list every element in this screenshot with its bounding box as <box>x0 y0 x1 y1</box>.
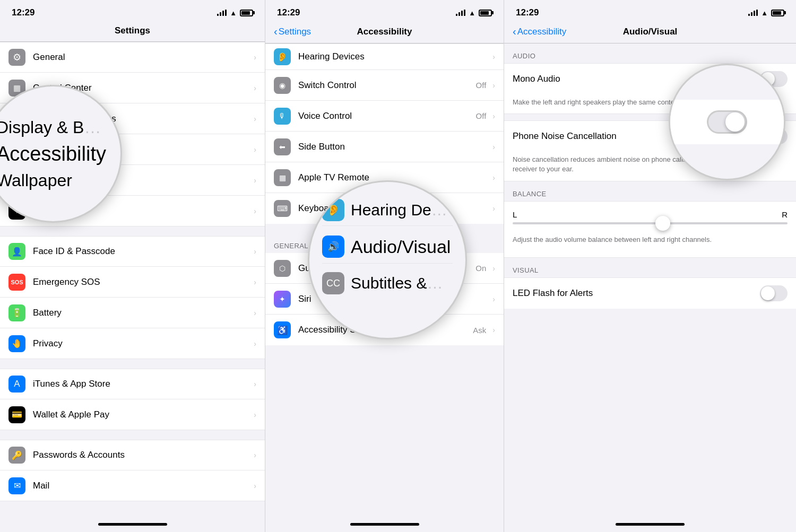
balance-thumb[interactable] <box>655 216 670 231</box>
back-button-3[interactable]: ‹ Accessibility <box>513 25 566 38</box>
home-indicator-bar <box>0 516 265 532</box>
chevron-icon: › <box>492 295 495 303</box>
voice-control-row[interactable]: 🎙 Voice Control Off › <box>265 101 504 132</box>
status-bar-3: 12:29 ▲ <box>504 0 796 21</box>
wifi-icon-3: ▲ <box>761 9 768 17</box>
hearing-label: Hearing Devices <box>298 51 489 62</box>
battery-row-icon: 🔋 <box>8 304 25 321</box>
back-chevron-icon: ‹ <box>274 25 278 38</box>
visual-section-label: VISUAL <box>504 258 796 277</box>
chevron-icon: › <box>492 81 495 90</box>
status-bar-2: 12:29 ▲ <box>265 0 504 21</box>
chevron-icon: › <box>254 53 256 62</box>
battery-icon <box>240 10 253 16</box>
guided-access-icon: ⬡ <box>274 260 291 277</box>
balance-track <box>513 222 788 224</box>
emergency-sos-icon: SOS <box>8 274 25 291</box>
status-icons: ▲ <box>217 9 253 17</box>
settings-title: Settings <box>115 25 150 36</box>
emergency-sos-label: Emergency SOS <box>33 277 250 287</box>
voice-control-label: Voice Control <box>298 111 476 121</box>
chevron-icon: › <box>254 451 256 459</box>
settings-row-emergency-sos[interactable]: SOS Emergency SOS › <box>0 267 265 298</box>
chevron-icon: › <box>254 176 256 185</box>
battery-icon-3 <box>771 10 784 16</box>
privacy-label: Privacy <box>33 338 250 349</box>
balance-right-label: R <box>782 210 788 219</box>
guided-access-value: On <box>475 264 486 273</box>
accessibility-nav: ‹ Settings Accessibility <box>265 21 504 43</box>
home-indicator-2 <box>350 523 419 526</box>
face-id-icon: 👤 <box>8 243 25 260</box>
battery-icon-2 <box>479 10 492 16</box>
keyboards-icon: ⌨ <box>274 200 291 217</box>
chevron-icon: › <box>492 204 495 213</box>
back-button[interactable]: ‹ Settings <box>274 25 311 38</box>
balance-section: L R Adjust the audio volume balance betw… <box>504 201 796 258</box>
accessibility-shortcut-value: Ask <box>473 326 486 335</box>
settings-row-mail[interactable]: ✉ Mail › <box>0 470 265 501</box>
audio-section-label: AUDIO <box>504 43 796 63</box>
toggle-magnifier <box>669 64 785 180</box>
balance-labels: L R <box>513 210 788 219</box>
settings-row-itunes[interactable]: A iTunes & App Store › <box>0 369 265 399</box>
passwords-label: Passwords & Accounts <box>33 450 250 460</box>
settings-row-general[interactable]: ⚙ General › <box>0 42 265 73</box>
wallet-label: Wallet & Apple Pay <box>33 409 250 420</box>
battery-label: Battery <box>33 308 250 318</box>
status-time-3: 12:29 <box>516 7 539 18</box>
home-indicator-bar-2 <box>265 516 504 532</box>
chevron-icon: › <box>254 309 256 317</box>
general-label: General <box>33 52 250 63</box>
chevron-icon: › <box>492 112 495 120</box>
settings-row-passwords[interactable]: 🔑 Passwords & Accounts › <box>0 440 265 470</box>
privacy-icon: 🤚 <box>8 335 25 352</box>
back-chevron-icon-3: ‹ <box>513 25 516 38</box>
switch-control-row[interactable]: ◉ Switch Control Off › <box>265 70 504 101</box>
wifi-icon: ▲ <box>230 9 237 17</box>
side-button-label: Side Button <box>298 142 489 152</box>
chevron-icon: › <box>254 278 256 286</box>
status-icons-2: ▲ <box>456 9 492 17</box>
voice-control-value: Off <box>476 111 487 120</box>
chevron-icon: › <box>254 145 256 154</box>
led-flash-toggle[interactable] <box>760 285 788 301</box>
chevron-icon: › <box>492 264 495 273</box>
mail-label: Mail <box>33 481 250 491</box>
chevron-icon: › <box>254 84 256 92</box>
settings-row-battery[interactable]: 🔋 Battery › <box>0 298 265 328</box>
settings-group-4: 🔑 Passwords & Accounts › ✉ Mail › <box>0 440 265 501</box>
back-label: Settings <box>279 27 311 37</box>
status-bar: 12:29 ▲ <box>0 0 265 21</box>
settings-row-wallet[interactable]: 💳 Wallet & Apple Pay › <box>0 399 265 430</box>
home-indicator-3 <box>616 523 685 526</box>
signal-icon-2 <box>456 10 465 16</box>
chevron-icon: › <box>254 247 256 256</box>
led-flash-section: LED Flash for Alerts <box>504 277 796 309</box>
chevron-icon: › <box>254 115 256 123</box>
balance-left-label: L <box>513 210 517 219</box>
settings-row-privacy[interactable]: 🤚 Privacy › <box>0 328 265 359</box>
switch-control-label: Switch Control <box>298 80 476 91</box>
home-indicator <box>98 523 167 526</box>
audio-visual-nav: ‹ Accessibility Audio/Visual <box>504 21 796 43</box>
status-time-2: 12:29 <box>277 7 300 18</box>
home-indicator-bar-3 <box>504 516 796 532</box>
magnifier-overlay-2: 👂 Hearing De… 🔊 Audio/Visual CC Subtitle… <box>308 180 467 339</box>
led-flash-label: LED Flash for Alerts <box>513 288 760 299</box>
side-button-icon: ⬅ <box>274 138 291 155</box>
settings-row-face-id[interactable]: 👤 Face ID & Passcode › <box>0 236 265 267</box>
chevron-icon: › <box>254 380 256 388</box>
status-icons-3: ▲ <box>748 9 784 17</box>
switch-control-icon: ◉ <box>274 77 291 94</box>
passwords-icon: 🔑 <box>8 447 25 464</box>
settings-nav-header: Settings <box>0 21 265 42</box>
face-id-label: Face ID & Passcode <box>33 246 250 257</box>
balance-section-label: BALANCE <box>504 181 796 201</box>
wifi-icon-2: ▲ <box>469 9 475 17</box>
chevron-icon: › <box>492 143 495 151</box>
switch-control-value: Off <box>476 81 487 90</box>
side-button-row[interactable]: ⬅ Side Button › <box>265 132 504 162</box>
accessibility-shortcut-icon: ♿ <box>274 321 291 338</box>
hearing-devices-row[interactable]: 👂 Hearing Devices › <box>265 43 504 70</box>
